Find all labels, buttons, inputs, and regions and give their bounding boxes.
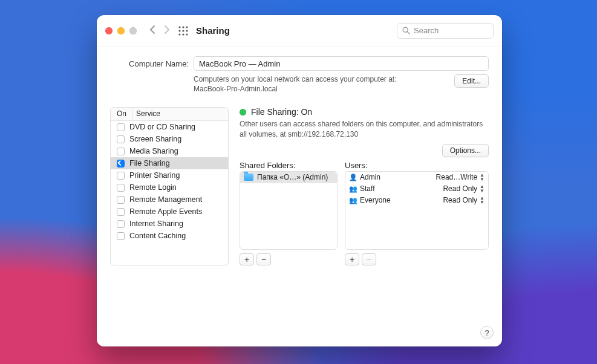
service-checkbox[interactable] bbox=[117, 148, 125, 155]
user-name: Admin bbox=[360, 173, 380, 181]
service-checkbox[interactable] bbox=[117, 220, 125, 228]
permission-popup[interactable]: Read Only▲▼ bbox=[443, 196, 484, 204]
svg-point-7 bbox=[182, 33, 184, 35]
show-all-prefs-button[interactable] bbox=[178, 25, 189, 36]
add-folder-button[interactable]: + bbox=[240, 253, 254, 265]
service-row[interactable]: DVD or CD Sharing bbox=[111, 121, 228, 133]
computer-name-label: Computer Name: bbox=[110, 59, 189, 68]
status-row: File Sharing: On bbox=[240, 107, 489, 117]
users-header: Users: bbox=[345, 161, 489, 170]
permission-label: Read Only bbox=[443, 184, 477, 193]
computer-name-field[interactable] bbox=[194, 56, 489, 71]
service-row[interactable]: Media Sharing bbox=[111, 145, 228, 157]
svg-point-5 bbox=[186, 30, 188, 31]
svg-line-10 bbox=[407, 31, 409, 34]
svg-point-8 bbox=[186, 33, 188, 35]
svg-point-0 bbox=[178, 26, 180, 28]
service-name: Internet Sharing bbox=[129, 219, 183, 228]
help-button[interactable]: ? bbox=[480, 326, 494, 339]
service-row[interactable]: File Sharing bbox=[111, 157, 228, 169]
user-name: Everyone bbox=[360, 196, 391, 204]
service-name: Printer Sharing bbox=[129, 171, 180, 180]
svg-point-1 bbox=[182, 26, 184, 28]
user-name: Staff bbox=[360, 184, 374, 193]
computer-name-caption-row: Computers on your local network can acce… bbox=[110, 74, 489, 94]
options-button[interactable]: Options... bbox=[442, 144, 489, 157]
status-led-icon bbox=[240, 109, 246, 115]
shared-folders-header: Shared Folders: bbox=[240, 161, 338, 170]
svg-point-2 bbox=[186, 26, 188, 28]
user-row[interactable]: 👥StaffRead Only▲▼ bbox=[345, 183, 488, 195]
shared-folders-column: Shared Folders: Папка «О…» (Admin) + − bbox=[240, 161, 338, 265]
search-field[interactable]: Search bbox=[397, 23, 494, 39]
group-icon: 👥 bbox=[349, 197, 357, 204]
user-row[interactable]: 👥EveryoneRead Only▲▼ bbox=[345, 195, 488, 206]
service-row[interactable]: Internet Sharing bbox=[111, 218, 228, 230]
search-placeholder: Search bbox=[414, 26, 439, 35]
back-button[interactable] bbox=[149, 25, 155, 37]
service-name: File Sharing bbox=[129, 159, 170, 167]
svg-point-6 bbox=[178, 33, 180, 35]
service-row[interactable]: Printer Sharing bbox=[111, 169, 228, 181]
add-user-button[interactable]: + bbox=[345, 253, 359, 265]
search-icon bbox=[402, 27, 410, 34]
status-heading: File Sharing: On bbox=[251, 107, 312, 117]
service-list-header: On Service bbox=[111, 108, 228, 121]
status-caption: Other users can access shared folders on… bbox=[240, 119, 489, 138]
service-row[interactable]: Screen Sharing bbox=[111, 133, 228, 145]
service-checkbox[interactable] bbox=[117, 184, 125, 192]
sharing-window: Sharing Search Computer Name: Computers … bbox=[97, 15, 502, 346]
service-checkbox[interactable] bbox=[117, 232, 125, 240]
svg-point-3 bbox=[178, 30, 180, 31]
stepper-icon: ▲▼ bbox=[480, 184, 484, 193]
minimize-window-button[interactable] bbox=[117, 27, 125, 34]
service-checkbox[interactable] bbox=[117, 196, 125, 204]
permission-popup[interactable]: Read Only▲▼ bbox=[443, 184, 484, 193]
svg-point-4 bbox=[182, 30, 184, 31]
folder-icon bbox=[244, 174, 253, 181]
service-row[interactable]: Remote Login bbox=[111, 181, 228, 193]
service-name: Remote Apple Events bbox=[129, 207, 202, 216]
zoom-window-button bbox=[129, 27, 137, 34]
permission-popup[interactable]: Read…Write▲▼ bbox=[436, 173, 484, 181]
stepper-icon: ▲▼ bbox=[480, 173, 484, 181]
shared-folders-list[interactable]: Папка «О…» (Admin) bbox=[240, 171, 338, 250]
users-list[interactable]: 👤AdminRead…Write▲▼👥StaffRead Only▲▼👥Ever… bbox=[345, 171, 489, 250]
remove-folder-button[interactable]: − bbox=[256, 253, 271, 265]
group-icon: 👥 bbox=[349, 185, 357, 193]
panels: On Service DVD or CD SharingScreen Shari… bbox=[110, 107, 489, 265]
edit-hostname-button[interactable]: Edit... bbox=[454, 74, 489, 88]
shared-folder-name: Папка «О…» (Admin) bbox=[257, 173, 328, 181]
window-title: Sharing bbox=[196, 25, 230, 36]
lists-row: Shared Folders: Папка «О…» (Admin) + − U… bbox=[240, 161, 489, 265]
service-col-on: On bbox=[111, 108, 132, 120]
forward-button[interactable] bbox=[164, 25, 171, 37]
service-checkbox[interactable] bbox=[117, 208, 125, 216]
service-name: Content Caching bbox=[129, 232, 186, 240]
stepper-icon: ▲▼ bbox=[480, 196, 484, 204]
content-area: Computer Name: Computers on your local n… bbox=[97, 47, 502, 273]
service-row[interactable]: Remote Management bbox=[111, 193, 228, 206]
service-name: Remote Login bbox=[129, 183, 177, 192]
permission-label: Read…Write bbox=[436, 173, 477, 181]
shared-folder-row[interactable]: Папка «О…» (Admin) bbox=[240, 172, 337, 183]
service-col-name: Service bbox=[132, 108, 228, 120]
service-checkbox[interactable] bbox=[117, 172, 125, 180]
service-row[interactable]: Remote Apple Events bbox=[111, 206, 228, 218]
window-toolbar: Sharing Search bbox=[97, 15, 502, 47]
service-row[interactable]: Content Caching bbox=[111, 230, 228, 242]
user-row[interactable]: 👤AdminRead…Write▲▼ bbox=[345, 172, 488, 183]
service-checkbox[interactable] bbox=[117, 135, 125, 143]
service-list: On Service DVD or CD SharingScreen Shari… bbox=[110, 107, 229, 265]
users-column: Users: 👤AdminRead…Write▲▼👥StaffRead Only… bbox=[345, 161, 489, 265]
service-name: Media Sharing bbox=[129, 147, 178, 155]
service-checkbox[interactable] bbox=[117, 123, 125, 131]
service-checkbox[interactable] bbox=[117, 160, 125, 167]
close-window-button[interactable] bbox=[105, 27, 113, 34]
service-name: Screen Sharing bbox=[129, 135, 181, 143]
remove-user-button: − bbox=[362, 253, 376, 265]
window-controls bbox=[105, 27, 137, 34]
person-icon: 👤 bbox=[349, 174, 357, 181]
permission-label: Read Only bbox=[443, 196, 477, 204]
computer-name-caption: Computers on your local network can acce… bbox=[194, 74, 449, 94]
